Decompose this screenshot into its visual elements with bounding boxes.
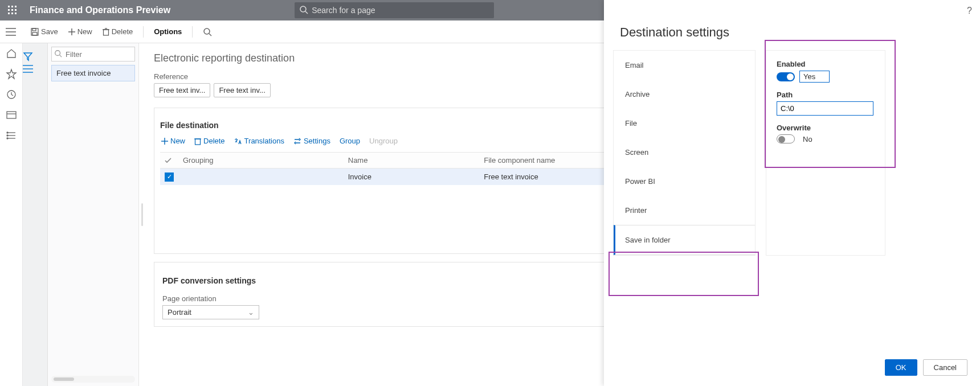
svg-rect-1 <box>11 6 13 7</box>
star-icon[interactable] <box>6 68 17 80</box>
save-button[interactable]: Save <box>31 27 58 36</box>
splitter-handle[interactable] <box>139 43 145 386</box>
options-button[interactable]: Options <box>154 27 182 36</box>
grid-check-header[interactable] <box>160 153 178 169</box>
modules-icon[interactable] <box>6 130 17 141</box>
svg-point-31 <box>7 135 8 136</box>
reference-chip-2[interactable]: Free text inv... <box>214 83 270 97</box>
opt-email[interactable]: Email <box>614 51 755 80</box>
svg-rect-8 <box>15 13 17 14</box>
home-icon[interactable] <box>6 48 17 59</box>
search-icon <box>299 5 308 14</box>
svg-rect-7 <box>11 13 13 14</box>
chevron-down-icon: ⌄ <box>248 308 254 317</box>
ok-button[interactable]: OK <box>885 359 917 376</box>
workspace-icon[interactable] <box>6 109 17 121</box>
opt-screen[interactable]: Screen <box>614 138 755 167</box>
col-grouping[interactable]: Grouping <box>178 153 344 169</box>
svg-rect-0 <box>8 6 10 7</box>
magnifier-icon <box>54 50 62 58</box>
svg-rect-4 <box>11 9 13 11</box>
svg-point-22 <box>204 28 210 34</box>
svg-rect-19 <box>103 30 108 35</box>
opt-printer[interactable]: Printer <box>614 196 755 225</box>
overwrite-toggle[interactable] <box>777 134 795 143</box>
opt-powerbi[interactable]: Power BI <box>614 167 755 196</box>
grid-ungroup-button: Ungroup <box>369 137 398 145</box>
svg-line-23 <box>209 34 211 36</box>
opt-save-in-folder[interactable]: Save in folder <box>614 225 755 255</box>
grid-group-button[interactable]: Group <box>340 137 360 145</box>
svg-point-9 <box>300 6 306 12</box>
col-name[interactable]: Name <box>344 153 480 169</box>
search-input[interactable] <box>295 2 494 18</box>
svg-point-32 <box>7 138 8 139</box>
second-rail <box>23 43 48 386</box>
svg-rect-16 <box>32 32 37 35</box>
annotation-box-option <box>609 252 759 296</box>
cmdbar-search-icon[interactable] <box>203 27 212 36</box>
page-orientation-select[interactable]: Portrait ⌄ <box>162 305 259 319</box>
path-input[interactable] <box>777 101 873 116</box>
svg-rect-2 <box>15 6 17 7</box>
row-checkbox-icon[interactable]: ✓ <box>165 173 174 182</box>
filter-icon[interactable] <box>23 48 47 65</box>
svg-rect-25 <box>7 112 16 118</box>
opt-file[interactable]: File <box>614 109 755 138</box>
svg-line-37 <box>60 55 62 58</box>
overwrite-label: Overwrite <box>777 124 875 132</box>
cell-name[interactable]: Invoice <box>344 169 480 185</box>
flyout-title: Destination settings <box>604 0 980 50</box>
destination-options-list: Email Archive File Screen Power BI Print… <box>613 50 756 256</box>
app-title: Finance and Operations Preview <box>30 5 170 15</box>
svg-rect-40 <box>195 139 201 145</box>
svg-rect-15 <box>32 28 36 31</box>
opt-archive[interactable]: Archive <box>614 80 755 109</box>
enabled-value[interactable]: Yes <box>799 71 830 83</box>
cancel-button[interactable]: Cancel <box>923 359 967 376</box>
svg-rect-6 <box>8 13 10 14</box>
waffle-icon[interactable] <box>6 3 19 17</box>
delete-button[interactable]: Delete <box>103 27 133 36</box>
enabled-label: Enabled <box>777 60 875 68</box>
path-label: Path <box>777 91 875 99</box>
svg-rect-3 <box>8 9 10 11</box>
grid-translations-button[interactable]: Translations <box>234 137 284 145</box>
filter-input-wrap <box>51 47 135 61</box>
left-rail <box>0 43 23 386</box>
svg-point-30 <box>7 132 8 133</box>
svg-rect-5 <box>15 9 17 11</box>
cell-grouping[interactable] <box>178 169 344 185</box>
list-current-icon[interactable] <box>23 65 47 73</box>
list-horizontal-scrollbar[interactable] <box>51 376 135 383</box>
svg-line-10 <box>305 11 308 14</box>
reference-chip-1[interactable]: Free text inv... <box>154 83 210 97</box>
help-icon[interactable]: ? <box>967 6 972 16</box>
new-button[interactable]: New <box>68 27 92 36</box>
enabled-toggle[interactable] <box>777 72 795 81</box>
destination-settings-flyout: ? Destination settings Email Archive Fil… <box>604 0 980 386</box>
grid-new-button[interactable]: New <box>161 137 185 145</box>
list-pane: Free text invoice <box>48 43 139 386</box>
grid-delete-button[interactable]: Delete <box>194 137 225 145</box>
overwrite-value: No <box>799 135 812 143</box>
hamburger-icon[interactable] <box>6 28 21 36</box>
filter-input[interactable] <box>64 47 134 61</box>
list-item[interactable]: Free text invoice <box>51 65 135 81</box>
option-detail-panel: Enabled Yes Path Overwrite No <box>766 50 885 256</box>
svg-point-36 <box>55 51 60 56</box>
grid-settings-button[interactable]: Settings <box>293 137 330 145</box>
recent-icon[interactable] <box>6 89 17 100</box>
